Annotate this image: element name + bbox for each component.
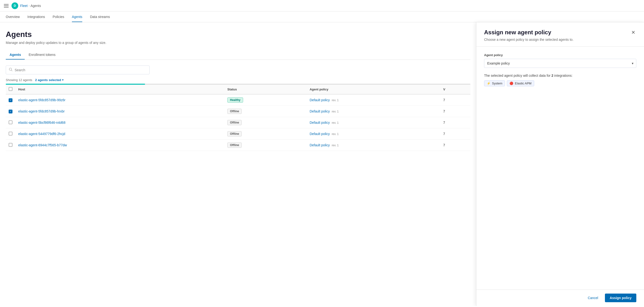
- revision-text: rev. 1: [332, 144, 338, 147]
- revision-text: rev. 1: [332, 132, 338, 136]
- avatar: D: [12, 2, 18, 9]
- page-subtitle: Manage and deploy policy updates to a gr…: [6, 41, 470, 44]
- row-checkbox[interactable]: [9, 143, 12, 147]
- status-badge: Offline: [227, 120, 242, 125]
- showing-bar: Showing 12 agents 2 agents selected ▾: [6, 78, 470, 82]
- agent-link[interactable]: elastic-agent-5fdc857d9b-hrxbr: [18, 109, 65, 113]
- status-badge: Healthy: [227, 98, 243, 103]
- agent-link[interactable]: elastic-agent-6944c7f565-b77dw: [18, 143, 67, 147]
- flyout-title: Assign new agent policy: [484, 29, 630, 36]
- policy-link[interactable]: Default policy: [310, 143, 330, 147]
- flyout-body: Agent policy Example policy ▾ The select…: [476, 46, 644, 290]
- chevron-down-icon: ▾: [62, 78, 64, 82]
- col-status: Status: [224, 85, 307, 94]
- assign-policy-button[interactable]: Assign policy: [605, 294, 636, 302]
- policy-label: Agent policy: [484, 53, 636, 57]
- table-row: elastic-agent-5fdc857d9b-hrxbr Offline D…: [6, 106, 470, 117]
- policy-select-wrapper: Example policy ▾: [484, 59, 636, 68]
- table-row: elastic-agent-5449779df6-2hcjd Offline D…: [6, 128, 470, 140]
- svg-line-1: [12, 70, 12, 71]
- status-badge: Offline: [227, 142, 242, 148]
- flyout-footer: Cancel Assign policy: [476, 290, 644, 306]
- agent-link[interactable]: elastic-agent-5bcf86f646-n4d68: [18, 121, 66, 124]
- version-text: 7: [440, 117, 470, 128]
- col-policy: Agent policy: [307, 85, 440, 94]
- row-checkbox[interactable]: [9, 120, 12, 124]
- row-checkbox[interactable]: [9, 132, 12, 136]
- policy-link[interactable]: Default policy: [310, 121, 330, 124]
- sub-tab-enrollment-tokens[interactable]: Enrollment tokens: [25, 50, 59, 60]
- search-icon: [9, 68, 13, 72]
- flyout-panel: Assign new agent policy Choose a new age…: [476, 22, 644, 306]
- col-version: V: [440, 85, 470, 94]
- agent-link[interactable]: elastic-agent-5fdc857d9b-99z6r: [18, 98, 66, 102]
- table-row: elastic-agent-5bcf86f646-n4d68 Offline D…: [6, 117, 470, 128]
- elastic-apm-icon: 🔴: [510, 82, 513, 85]
- policy-link[interactable]: Default policy: [310, 98, 330, 102]
- policy-link[interactable]: Default policy: [310, 132, 330, 136]
- version-text: 7: [440, 128, 470, 140]
- version-text: 7: [440, 106, 470, 117]
- selected-badge[interactable]: 2 agents selected ▾: [35, 78, 64, 82]
- search-input[interactable]: [15, 68, 146, 72]
- integrations-description: The selected agent policy will collect d…: [484, 74, 636, 78]
- elastic-apm-label: Elastic APM: [515, 82, 531, 85]
- integrations-count: 2: [552, 74, 553, 78]
- breadcrumb-agents: Agents: [30, 4, 41, 8]
- top-bar: D Fleet › Agents: [0, 0, 644, 12]
- policy-link[interactable]: Default policy: [310, 109, 330, 113]
- tab-agents[interactable]: Agents: [72, 12, 82, 22]
- system-icon: ⚡: [487, 82, 490, 85]
- status-badge: Offline: [227, 131, 242, 136]
- tab-data-streams[interactable]: Data streams: [90, 12, 110, 22]
- nav-tabs: Overview Integrations Policies Agents Da…: [0, 12, 644, 22]
- flyout-subtitle: Choose a new agent policy to assign the …: [484, 38, 630, 42]
- integrations-prefix: The selected agent policy will collect d…: [484, 74, 552, 78]
- select-all-checkbox[interactable]: [9, 87, 12, 91]
- table-row: elastic-agent-5fdc857d9b-99z6r Healthy D…: [6, 94, 470, 106]
- cancel-button[interactable]: Cancel: [584, 294, 602, 302]
- tab-overview[interactable]: Overview: [6, 12, 20, 22]
- col-host: Host: [15, 85, 224, 94]
- tab-policies[interactable]: Policies: [53, 12, 64, 22]
- integration-tags: ⚡ System 🔴 Elastic APM: [484, 80, 636, 86]
- sub-tabs: Agents Enrollment tokens: [6, 50, 470, 60]
- breadcrumb-separator: ›: [28, 4, 30, 8]
- table-row: elastic-agent-6944c7f565-b77dw Offline D…: [6, 140, 470, 151]
- left-panel: Agents Manage and deploy policy updates …: [0, 22, 476, 306]
- revision-text: rev. 1: [332, 110, 338, 113]
- hamburger-menu-icon[interactable]: [4, 3, 9, 8]
- selected-text: 2 agents selected: [35, 78, 61, 82]
- flyout-header: Assign new agent policy Choose a new age…: [476, 22, 644, 46]
- search-bar: [6, 66, 150, 74]
- tab-integrations[interactable]: Integrations: [27, 12, 45, 22]
- status-badge: Offline: [227, 109, 242, 114]
- sub-tab-agents[interactable]: Agents: [6, 50, 25, 60]
- agents-table: Host Status Agent policy V elastic-agent…: [6, 85, 470, 151]
- breadcrumb: Fleet › Agents: [20, 4, 41, 8]
- revision-text: rev. 1: [332, 98, 338, 102]
- revision-text: rev. 1: [332, 121, 338, 124]
- integration-tag-elastic-apm: 🔴 Elastic APM: [507, 80, 534, 86]
- policy-select[interactable]: Example policy: [484, 59, 636, 68]
- main-layout: Agents Manage and deploy policy updates …: [0, 22, 644, 306]
- breadcrumb-fleet[interactable]: Fleet: [20, 4, 28, 8]
- close-button[interactable]: ✕: [630, 29, 636, 36]
- showing-count: Showing 12 agents: [6, 78, 32, 82]
- version-text: 7: [440, 94, 470, 106]
- system-label: System: [492, 82, 502, 85]
- row-checkbox[interactable]: [9, 110, 12, 114]
- integration-tag-system: ⚡ System: [484, 80, 505, 86]
- row-checkbox[interactable]: [9, 98, 12, 102]
- agent-link[interactable]: elastic-agent-5449779df6-2hcjd: [18, 132, 65, 136]
- integrations-suffix: integrations:: [553, 74, 572, 78]
- page-title: Agents: [6, 30, 470, 39]
- version-text: 7: [440, 140, 470, 151]
